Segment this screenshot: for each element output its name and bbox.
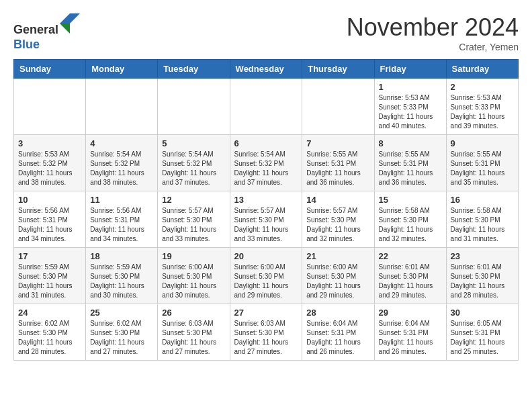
svg-marker-0 — [60, 13, 80, 24]
calendar-cell: 10Sunrise: 5:56 AM Sunset: 5:31 PM Dayli… — [14, 191, 86, 248]
calendar-day-header: Tuesday — [158, 60, 230, 79]
day-number: 30 — [451, 308, 514, 318]
calendar-cell: 1Sunrise: 5:53 AM Sunset: 5:33 PM Daylig… — [374, 79, 446, 135]
calendar-cell: 29Sunrise: 6:04 AM Sunset: 5:31 PM Dayli… — [374, 304, 446, 361]
cell-content: Sunrise: 6:01 AM Sunset: 5:30 PM Dayligh… — [451, 263, 514, 300]
logo-general: General — [13, 23, 58, 36]
calendar-cell: 7Sunrise: 5:55 AM Sunset: 5:31 PM Daylig… — [302, 135, 374, 191]
calendar-cell: 4Sunrise: 5:54 AM Sunset: 5:32 PM Daylig… — [86, 135, 158, 191]
calendar-week-row: 1Sunrise: 5:53 AM Sunset: 5:33 PM Daylig… — [14, 79, 519, 135]
calendar-cell: 14Sunrise: 5:57 AM Sunset: 5:30 PM Dayli… — [302, 191, 374, 248]
calendar-cell: 5Sunrise: 5:54 AM Sunset: 5:32 PM Daylig… — [158, 135, 230, 191]
day-number: 6 — [234, 138, 298, 148]
day-number: 21 — [306, 251, 369, 261]
day-number: 19 — [162, 251, 225, 261]
calendar-cell: 23Sunrise: 6:01 AM Sunset: 5:30 PM Dayli… — [446, 248, 518, 304]
cell-content: Sunrise: 6:00 AM Sunset: 5:30 PM Dayligh… — [306, 263, 369, 300]
calendar-cell: 24Sunrise: 6:02 AM Sunset: 5:30 PM Dayli… — [14, 304, 86, 361]
calendar-table: SundayMondayTuesdayWednesdayThursdayFrid… — [13, 59, 519, 361]
cell-content: Sunrise: 5:54 AM Sunset: 5:32 PM Dayligh… — [234, 150, 298, 187]
day-number: 26 — [162, 308, 225, 318]
logo-icon — [60, 13, 80, 34]
calendar-header-row: SundayMondayTuesdayWednesdayThursdayFrid… — [14, 60, 519, 79]
day-number: 15 — [379, 195, 442, 205]
cell-content: Sunrise: 5:54 AM Sunset: 5:32 PM Dayligh… — [162, 150, 225, 187]
calendar-cell: 21Sunrise: 6:00 AM Sunset: 5:30 PM Dayli… — [302, 248, 374, 304]
day-number: 9 — [451, 138, 514, 148]
calendar-cell — [14, 79, 86, 135]
calendar-day-header: Thursday — [302, 60, 374, 79]
cell-content: Sunrise: 6:04 AM Sunset: 5:31 PM Dayligh… — [306, 319, 369, 357]
day-number: 2 — [451, 82, 514, 92]
cell-content: Sunrise: 6:03 AM Sunset: 5:30 PM Dayligh… — [162, 319, 225, 357]
day-number: 4 — [90, 138, 153, 148]
calendar-cell: 15Sunrise: 5:58 AM Sunset: 5:30 PM Dayli… — [374, 191, 446, 248]
svg-marker-1 — [60, 24, 70, 34]
day-number: 13 — [234, 195, 298, 205]
calendar-cell: 22Sunrise: 6:01 AM Sunset: 5:30 PM Dayli… — [374, 248, 446, 304]
day-number: 29 — [379, 308, 442, 318]
day-number: 5 — [162, 138, 225, 148]
cell-content: Sunrise: 5:53 AM Sunset: 5:33 PM Dayligh… — [451, 93, 514, 131]
day-number: 22 — [379, 251, 442, 261]
calendar-cell: 20Sunrise: 6:00 AM Sunset: 5:30 PM Dayli… — [230, 248, 302, 304]
calendar-cell: 11Sunrise: 5:56 AM Sunset: 5:31 PM Dayli… — [86, 191, 158, 248]
logo-blue: Blue — [13, 38, 40, 51]
calendar-cell: 8Sunrise: 5:55 AM Sunset: 5:31 PM Daylig… — [374, 135, 446, 191]
calendar-cell: 30Sunrise: 6:05 AM Sunset: 5:31 PM Dayli… — [446, 304, 518, 361]
calendar-cell: 9Sunrise: 5:55 AM Sunset: 5:31 PM Daylig… — [446, 135, 518, 191]
cell-content: Sunrise: 5:58 AM Sunset: 5:30 PM Dayligh… — [451, 206, 514, 244]
day-number: 3 — [18, 138, 81, 148]
cell-content: Sunrise: 5:53 AM Sunset: 5:33 PM Dayligh… — [379, 93, 442, 131]
day-number: 14 — [306, 195, 369, 205]
cell-content: Sunrise: 6:01 AM Sunset: 5:30 PM Dayligh… — [379, 263, 442, 300]
calendar-cell — [302, 79, 374, 135]
day-number: 27 — [234, 308, 298, 318]
day-number: 23 — [451, 251, 514, 261]
calendar-cell: 17Sunrise: 5:59 AM Sunset: 5:30 PM Dayli… — [14, 248, 86, 304]
calendar-week-row: 17Sunrise: 5:59 AM Sunset: 5:30 PM Dayli… — [14, 248, 519, 304]
calendar-day-header: Sunday — [14, 60, 86, 79]
cell-content: Sunrise: 6:02 AM Sunset: 5:30 PM Dayligh… — [90, 319, 153, 357]
cell-content: Sunrise: 5:56 AM Sunset: 5:31 PM Dayligh… — [18, 206, 81, 244]
cell-content: Sunrise: 6:02 AM Sunset: 5:30 PM Dayligh… — [18, 319, 81, 357]
calendar-cell: 26Sunrise: 6:03 AM Sunset: 5:30 PM Dayli… — [158, 304, 230, 361]
calendar-day-header: Saturday — [446, 60, 518, 79]
cell-content: Sunrise: 5:55 AM Sunset: 5:31 PM Dayligh… — [306, 150, 369, 187]
day-number: 12 — [162, 195, 225, 205]
day-number: 20 — [234, 251, 298, 261]
cell-content: Sunrise: 5:57 AM Sunset: 5:30 PM Dayligh… — [306, 206, 369, 244]
cell-content: Sunrise: 5:59 AM Sunset: 5:30 PM Dayligh… — [90, 263, 153, 300]
cell-content: Sunrise: 5:57 AM Sunset: 5:30 PM Dayligh… — [234, 206, 298, 244]
calendar-day-header: Friday — [374, 60, 446, 79]
page-header: General Blue November 2024 Crater, Yemen — [13, 13, 519, 52]
calendar-cell: 25Sunrise: 6:02 AM Sunset: 5:30 PM Dayli… — [86, 304, 158, 361]
calendar-cell: 18Sunrise: 5:59 AM Sunset: 5:30 PM Dayli… — [86, 248, 158, 304]
calendar-cell: 28Sunrise: 6:04 AM Sunset: 5:31 PM Dayli… — [302, 304, 374, 361]
day-number: 7 — [306, 138, 369, 148]
month-title: November 2024 — [347, 13, 519, 42]
calendar-cell: 6Sunrise: 5:54 AM Sunset: 5:32 PM Daylig… — [230, 135, 302, 191]
calendar-week-row: 24Sunrise: 6:02 AM Sunset: 5:30 PM Dayli… — [14, 304, 519, 361]
day-number: 25 — [90, 308, 153, 318]
calendar-day-header: Wednesday — [230, 60, 302, 79]
calendar-week-row: 3Sunrise: 5:53 AM Sunset: 5:32 PM Daylig… — [14, 135, 519, 191]
calendar-cell — [230, 79, 302, 135]
calendar-cell — [86, 79, 158, 135]
cell-content: Sunrise: 6:03 AM Sunset: 5:30 PM Dayligh… — [234, 319, 298, 357]
day-number: 1 — [379, 82, 442, 92]
day-number: 24 — [18, 308, 81, 318]
logo: General Blue — [13, 13, 80, 52]
calendar-day-header: Monday — [86, 60, 158, 79]
calendar-week-row: 10Sunrise: 5:56 AM Sunset: 5:31 PM Dayli… — [14, 191, 519, 248]
cell-content: Sunrise: 6:00 AM Sunset: 5:30 PM Dayligh… — [234, 263, 298, 300]
cell-content: Sunrise: 5:58 AM Sunset: 5:30 PM Dayligh… — [379, 206, 442, 244]
location-subtitle: Crater, Yemen — [347, 42, 519, 52]
cell-content: Sunrise: 5:59 AM Sunset: 5:30 PM Dayligh… — [18, 263, 81, 300]
day-number: 18 — [90, 251, 153, 261]
cell-content: Sunrise: 5:55 AM Sunset: 5:31 PM Dayligh… — [379, 150, 442, 187]
calendar-cell: 2Sunrise: 5:53 AM Sunset: 5:33 PM Daylig… — [446, 79, 518, 135]
cell-content: Sunrise: 5:56 AM Sunset: 5:31 PM Dayligh… — [90, 206, 153, 244]
cell-content: Sunrise: 5:55 AM Sunset: 5:31 PM Dayligh… — [451, 150, 514, 187]
day-number: 17 — [18, 251, 81, 261]
